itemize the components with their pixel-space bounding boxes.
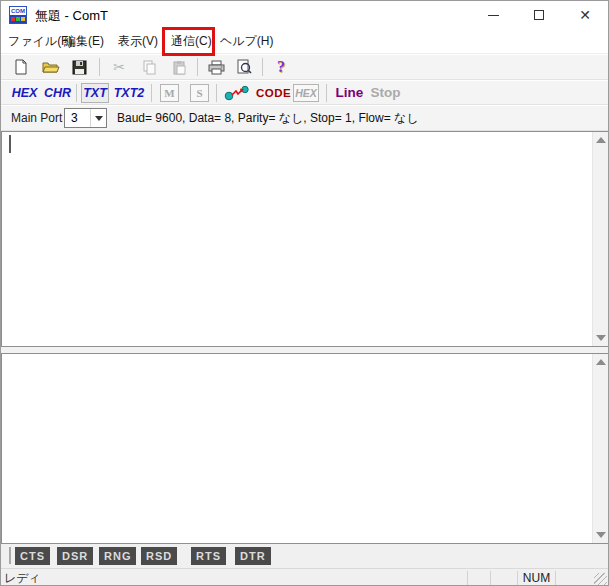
menu-view[interactable]: 表示(V) — [118, 29, 158, 54]
toolbar-separator — [262, 58, 263, 76]
port-toolbar: Main Port 3 Baud= 9600, Data= 8, Parity=… — [1, 106, 608, 131]
app-icon: COM — [9, 6, 27, 24]
icon-green-square — [16, 17, 20, 21]
minimize-icon — [488, 15, 499, 16]
icon-red-square — [11, 17, 15, 21]
port-settings-text: Baud= 9600, Data= 8, Parity= なし, Stop= 1… — [117, 106, 419, 131]
new-document-button[interactable] — [9, 56, 33, 78]
hex-mode-button[interactable]: HEX — [9, 83, 40, 103]
scroll-up-button[interactable] — [593, 132, 609, 148]
app-icon-art — [10, 15, 26, 23]
window-title: 無題 - ComT — [35, 7, 108, 25]
macro-button[interactable]: M — [160, 84, 179, 102]
menu-bar: ファイル(F) 編集(E) 表示(V) 通信(C) ヘルプ(H) — [1, 29, 608, 54]
txt2-mode-button[interactable]: TXT2 — [111, 83, 147, 103]
print-button[interactable] — [204, 56, 228, 78]
toolbar-separator — [151, 84, 152, 102]
print-preview-button[interactable] — [232, 56, 256, 78]
toolbar-separator — [197, 58, 198, 76]
signal-toolbar: CTS DSR RNG RSD RTS DTR — [1, 544, 608, 568]
toolbar-gripper — [9, 547, 11, 564]
receive-pane-scrollbar[interactable] — [592, 354, 609, 543]
arrow-down-icon — [596, 532, 606, 538]
red-annotation-box — [162, 27, 215, 56]
chr-mode-button[interactable]: CHR — [42, 83, 73, 103]
arrow-up-icon — [596, 137, 606, 143]
text-caret — [9, 135, 11, 153]
toolbar-separator — [216, 84, 217, 102]
cut-button[interactable]: ✂ — [107, 56, 131, 78]
help-icon: ? — [277, 58, 285, 76]
connect-icon — [224, 85, 250, 101]
toolbar-separator — [76, 84, 77, 102]
new-document-icon — [13, 59, 29, 75]
txt-mode-button[interactable]: TXT — [81, 83, 109, 103]
mode-toolbar: HEX CHR TXT TXT2 M S CODE HEX Line Stop — [1, 81, 608, 105]
status-bar: レディ NUM — [1, 568, 608, 586]
port-select-dropdown-button[interactable] — [90, 109, 106, 127]
resize-grip[interactable] — [594, 573, 607, 586]
scroll-down-button[interactable] — [593, 330, 609, 346]
code-button[interactable]: CODE — [256, 83, 290, 103]
port-select[interactable]: 3 — [64, 108, 107, 128]
line-button[interactable]: Line — [333, 82, 366, 104]
connect-button[interactable] — [223, 82, 251, 104]
open-file-button[interactable] — [39, 56, 63, 78]
statusbar-separator — [555, 571, 556, 585]
stop-button[interactable]: Stop — [369, 82, 402, 104]
dtr-indicator[interactable]: DTR — [235, 547, 271, 565]
menu-file[interactable]: ファイル(F) — [8, 29, 72, 54]
chevron-down-icon — [95, 116, 103, 121]
maximize-button[interactable] — [516, 1, 562, 29]
app-icon-label: COM — [10, 7, 26, 15]
main-port-label: Main Port — [11, 106, 62, 131]
statusbar-separator — [490, 571, 491, 585]
menu-edit[interactable]: 編集(E) — [64, 29, 104, 54]
arrow-down-icon — [596, 335, 606, 341]
save-button[interactable] — [67, 56, 91, 78]
toolbar-separator — [99, 58, 100, 76]
copy-icon — [142, 60, 157, 75]
send-pane[interactable] — [1, 131, 609, 347]
icon-yellow-square — [21, 17, 25, 21]
menu-help[interactable]: ヘルプ(H) — [220, 29, 274, 54]
print-icon — [208, 60, 225, 75]
close-button[interactable]: ✕ — [562, 1, 608, 29]
hex-display-button[interactable]: HEX — [293, 84, 319, 102]
toolbar-separator — [326, 84, 327, 102]
save-icon — [72, 60, 87, 75]
scroll-up-button[interactable] — [593, 354, 609, 370]
app-window: COM 無題 - ComT ✕ ファイル(F) 編集(E) 表示(V) 通信(C… — [0, 0, 609, 586]
send-pane-scrollbar[interactable] — [592, 132, 609, 346]
rng-indicator: RNG — [99, 547, 136, 565]
receive-pane[interactable] — [1, 353, 609, 544]
title-bar: COM 無題 - ComT ✕ — [1, 1, 608, 29]
copy-button[interactable] — [137, 56, 161, 78]
print-preview-icon — [236, 59, 252, 75]
dsr-indicator: DSR — [57, 547, 93, 565]
cts-indicator: CTS — [15, 547, 50, 565]
num-lock-indicator: NUM — [518, 569, 555, 586]
rsd-indicator: RSD — [141, 547, 177, 565]
arrow-up-icon — [596, 359, 606, 365]
scroll-down-button[interactable] — [593, 527, 609, 543]
script-button[interactable]: S — [190, 84, 209, 102]
status-message: レディ — [4, 569, 41, 586]
statusbar-separator — [467, 571, 468, 585]
window-controls: ✕ — [470, 1, 608, 29]
open-file-icon — [42, 59, 60, 75]
help-button[interactable]: ? — [269, 56, 293, 78]
maximize-icon — [534, 10, 544, 20]
rts-indicator[interactable]: RTS — [191, 547, 226, 565]
cut-icon: ✂ — [113, 59, 125, 75]
minimize-button[interactable] — [470, 1, 516, 29]
paste-icon — [172, 60, 187, 75]
file-toolbar: ✂ — [1, 55, 608, 80]
paste-button[interactable] — [167, 56, 191, 78]
port-select-value: 3 — [65, 111, 90, 125]
close-icon: ✕ — [579, 8, 591, 22]
